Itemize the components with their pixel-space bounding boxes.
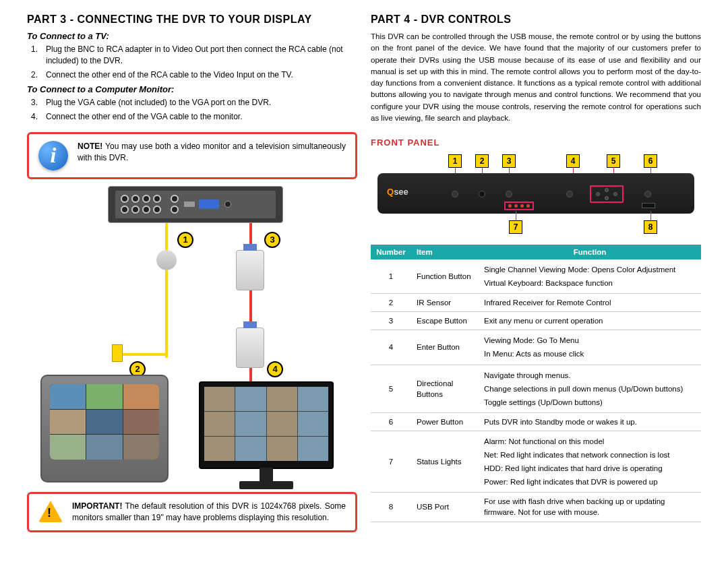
dvr-rear-illustration xyxy=(108,186,283,223)
left-page: PART 3 - CONNECTING THE DVR TO YOUR DISP… xyxy=(20,13,364,549)
table-row: 8 USB Port For use with flash drive when… xyxy=(371,493,701,522)
part3-title: PART 3 - CONNECTING THE DVR TO YOUR DISP… xyxy=(27,13,357,26)
status-lights-icon xyxy=(504,201,534,210)
dvr-front-illustration: Qsee xyxy=(377,173,694,214)
part4-title: PART 4 - DVR CONTROLS xyxy=(371,13,701,26)
diagram-label-4: 4 xyxy=(267,361,283,377)
tv-step-1: 1.Plug the BNC to RCA adapter in to Vide… xyxy=(46,44,357,67)
fp-callout-6: 6 xyxy=(644,154,657,168)
fp-callout-1: 1 xyxy=(448,154,462,168)
important-box: IMPORTANT! The default resolution of thi… xyxy=(27,492,357,532)
crt-tv-illustration xyxy=(40,375,169,482)
rca-plug-icon xyxy=(112,344,123,362)
table-row: 2 IR Sensor Infrared Receiver for Remote… xyxy=(371,294,701,312)
note-box: i NOTE! You may use both a video monitor… xyxy=(27,132,357,179)
front-panel-table: Number Item Function 1 Function Button S… xyxy=(371,245,701,522)
table-row: 7 Status Lights Alarm: Not functional on… xyxy=(371,431,701,492)
bnc-adapter-icon xyxy=(156,250,177,270)
table-row: 3 Escape Button Exit any menu or current… xyxy=(371,312,701,330)
table-row: 5 Directional Buttons Navigate through m… xyxy=(371,365,701,412)
power-button-icon xyxy=(644,191,651,197)
vga-port-icon xyxy=(199,199,219,209)
front-panel-diagram: 1 2 3 4 5 6 Qsee 7 xyxy=(371,154,701,235)
ir-sensor-icon xyxy=(479,191,485,197)
fp-callout-4: 4 xyxy=(566,154,580,168)
monitor-subtitle: To Connect to a Computer Monitor: xyxy=(27,84,357,94)
front-panel-title: FRONT PANEL xyxy=(371,137,701,148)
right-page: PART 4 - DVR CONTROLS This DVR can be co… xyxy=(364,13,708,549)
tv-step-2: 2.Connect the other end of the RCA cable… xyxy=(46,69,357,81)
info-icon: i xyxy=(38,141,68,170)
diagram-label-1: 1 xyxy=(177,232,193,248)
vga-plug-top-icon xyxy=(236,250,264,290)
tv-subtitle: To Connect to a TV: xyxy=(27,31,357,41)
vga-plug-bottom-icon xyxy=(236,327,264,368)
important-text: IMPORTANT! The default resolution of thi… xyxy=(72,501,346,524)
fp-callout-2: 2 xyxy=(475,154,489,168)
connection-diagram: 1 2 3 4 xyxy=(27,186,357,482)
qsee-logo-icon: Qsee xyxy=(387,187,408,197)
mon-step-4: 4.Connect the other end of the VGA cable… xyxy=(46,111,357,123)
table-row: 6 Power Button Puts DVR into Standby mod… xyxy=(371,412,701,431)
part4-intro: This DVR can be controlled through the U… xyxy=(371,31,701,124)
th-item: Item xyxy=(411,245,479,259)
diagram-label-3: 3 xyxy=(264,232,280,248)
table-row: 4 Enter Button Viewing Mode: Go To MenuI… xyxy=(371,330,701,365)
usb-port-icon xyxy=(642,203,655,208)
fp-callout-7: 7 xyxy=(509,220,522,234)
table-row: 1 Function Button Single Channel Viewing… xyxy=(371,259,701,294)
fp-callout-5: 5 xyxy=(607,154,620,168)
dpad-icon xyxy=(590,185,624,203)
th-function: Function xyxy=(479,245,701,259)
warning-icon xyxy=(38,501,63,522)
function-button-icon xyxy=(452,191,458,197)
note-text: NOTE! You may use both a video monitor a… xyxy=(78,141,346,164)
fp-callout-3: 3 xyxy=(502,154,516,168)
escape-button-icon xyxy=(506,191,512,197)
fp-callout-8: 8 xyxy=(644,220,657,234)
mon-step-3: 3.Plug the VGA cable (not included) to t… xyxy=(46,97,357,108)
th-number: Number xyxy=(371,245,411,259)
enter-button-icon xyxy=(566,191,573,197)
lcd-monitor-illustration xyxy=(199,381,334,489)
